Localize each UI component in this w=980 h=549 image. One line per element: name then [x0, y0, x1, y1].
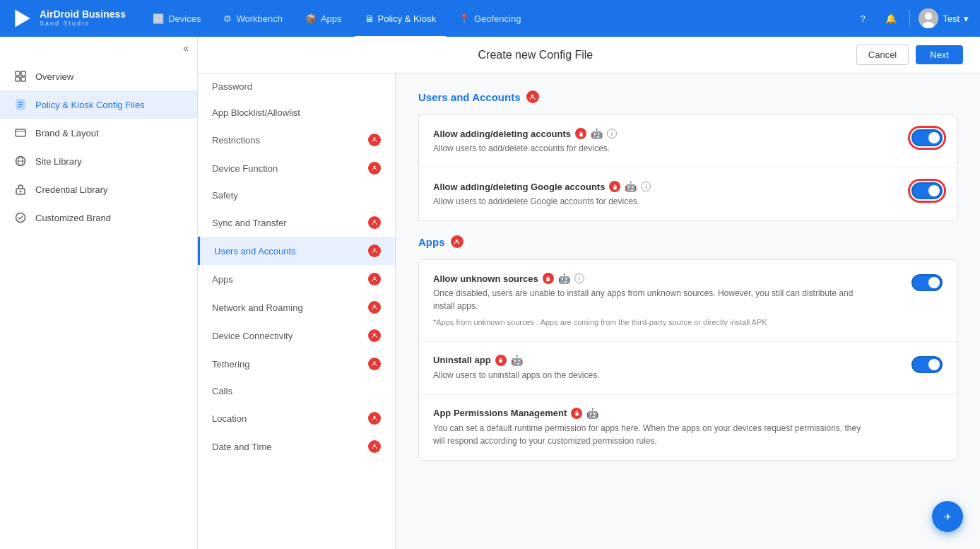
- next-button[interactable]: Next: [916, 45, 963, 64]
- mid-label-apps: Apps: [212, 274, 233, 285]
- setting-note-unknown-sources: *Apps from unknown sources : Apps are co…: [433, 317, 866, 329]
- sidebar-item-overview[interactable]: Overview: [0, 62, 197, 90]
- mid-item-safety[interactable]: Safety: [198, 182, 395, 208]
- sidebar-item-brand[interactable]: Brand & Layout: [0, 119, 197, 147]
- svg-rect-5: [21, 71, 25, 76]
- setting-desc-uninstall: Allow users to uninstall apps on the dev…: [433, 369, 866, 382]
- mid-label-password: Password: [212, 81, 252, 92]
- notifications-button[interactable]: 🔔: [881, 8, 901, 28]
- section-title-users-accounts: Users and Accounts: [418, 90, 957, 103]
- tethering-badge: [368, 358, 381, 370]
- nav-right: ? 🔔 Test ▾: [853, 8, 969, 28]
- bell-icon: 🔔: [885, 13, 897, 24]
- workbench-icon: ⚙: [223, 13, 232, 24]
- sidebar-collapse-area: «: [0, 37, 197, 59]
- nav-geofencing[interactable]: 📍 Geofencing: [449, 9, 531, 28]
- content-area: Create new Config File Cancel Next Passw…: [198, 37, 980, 549]
- collapse-button[interactable]: «: [183, 42, 189, 54]
- toggle-google-accounts[interactable]: [911, 182, 943, 199]
- mid-item-device-function[interactable]: Device Function: [198, 154, 395, 182]
- lock-icon-4: [495, 355, 507, 366]
- mid-item-blocklist[interactable]: App Blocklist/Allowlist: [198, 100, 395, 126]
- brand-sub: Sand Studio: [40, 20, 126, 28]
- nav-devices[interactable]: ⬜ Devices: [143, 9, 211, 28]
- overview-icon: [14, 70, 27, 83]
- fab-icon: ✈: [944, 512, 952, 522]
- info-icon-2[interactable]: i: [641, 182, 651, 191]
- mid-item-connectivity[interactable]: Device Connectivity: [198, 321, 395, 350]
- mid-item-location[interactable]: Location: [198, 404, 395, 432]
- lock-icon-5: [571, 408, 582, 419]
- mid-item-apps[interactable]: Apps: [198, 265, 395, 293]
- datetime-badge: [368, 440, 381, 453]
- svg-point-18: [20, 191, 22, 193]
- section-title-apps: Apps: [418, 235, 957, 248]
- svg-rect-32: [613, 186, 617, 189]
- setting-label-google-accounts: Allow adding/deleting Google accounts 🤖 …: [433, 181, 866, 192]
- main-layout: « Overview Policy & Kiosk Config Files B…: [0, 37, 980, 549]
- svg-point-27: [374, 362, 376, 364]
- fab-button[interactable]: ✈: [932, 501, 963, 532]
- svg-point-20: [374, 138, 376, 140]
- inner-layout: Password App Blocklist/Allowlist Restric…: [198, 73, 980, 549]
- mid-label-calls: Calls: [212, 386, 232, 396]
- setting-row-google-accounts: Allow adding/deleting Google accounts 🤖 …: [419, 168, 957, 220]
- cancel-button[interactable]: Cancel: [856, 45, 909, 65]
- devices-icon: ⬜: [153, 13, 164, 24]
- setting-row-unknown-sources: Allow unknown sources 🤖 i Once disabled,…: [419, 260, 957, 342]
- user-menu[interactable]: Test ▾: [919, 8, 969, 28]
- geofencing-icon: 📍: [459, 13, 470, 24]
- setting-label-uninstall: Uninstall app 🤖: [433, 355, 866, 366]
- restrictions-badge: [368, 134, 381, 146]
- mid-label-sync: Sync and Transfer: [212, 218, 287, 228]
- svg-point-2: [925, 13, 932, 20]
- setting-info-google-accounts: Allow adding/deleting Google accounts 🤖 …: [433, 181, 866, 208]
- sidebar-item-custom[interactable]: Customized Brand: [0, 203, 197, 232]
- mid-item-calls[interactable]: Calls: [198, 378, 395, 404]
- nav-policy[interactable]: 🖥 Policy & Kiosk: [355, 9, 446, 28]
- mid-item-sync[interactable]: Sync and Transfer: [198, 208, 395, 237]
- logo[interactable]: AirDroid Business Sand Studio: [11, 7, 126, 30]
- mid-item-network[interactable]: Network and Roaming: [198, 293, 395, 321]
- page-title: Create new Config File: [478, 49, 594, 61]
- setting-desc-add-delete: Allow users to add/delete accounts for d…: [433, 142, 866, 155]
- sidebar-label-overview: Overview: [35, 71, 73, 82]
- setting-label-add-delete-accounts: Allow adding/deleting accounts 🤖 i: [433, 128, 866, 139]
- setting-info-uninstall: Uninstall app 🤖 Allow users to uninstall…: [433, 355, 866, 382]
- mid-item-restrictions[interactable]: Restrictions: [198, 126, 395, 154]
- nav-apps[interactable]: 📦 Apps: [295, 9, 352, 28]
- mid-item-datetime[interactable]: Date and Time: [198, 432, 395, 461]
- svg-point-26: [374, 333, 376, 336]
- mid-item-tethering[interactable]: Tethering: [198, 350, 395, 378]
- toggle-uninstall[interactable]: [911, 356, 943, 373]
- svg-point-29: [374, 444, 376, 447]
- brand-name: AirDroid Business: [40, 9, 126, 20]
- toggle-wrap-uninstall: [911, 355, 943, 373]
- users-accounts-block: Allow adding/deleting accounts 🤖 i Allow…: [418, 114, 957, 221]
- sidebar-item-site[interactable]: Site Library: [0, 147, 197, 175]
- mid-sidebar: Password App Blocklist/Allowlist Restric…: [198, 73, 396, 549]
- info-icon-3[interactable]: i: [574, 273, 584, 283]
- help-button[interactable]: ?: [853, 8, 873, 28]
- toggle-unknown-sources[interactable]: [911, 274, 943, 291]
- sidebar-label-brand: Brand & Layout: [35, 128, 99, 138]
- lock-icon-1: [575, 128, 586, 139]
- svg-rect-36: [575, 413, 579, 416]
- mid-item-password[interactable]: Password: [198, 73, 395, 100]
- info-icon-1[interactable]: i: [607, 129, 617, 138]
- toggle-add-delete-accounts[interactable]: [911, 129, 943, 146]
- setting-label-permissions: App Permissions Management 🤖: [433, 408, 866, 419]
- nav-workbench[interactable]: ⚙ Workbench: [213, 9, 293, 28]
- sidebar-label-policy: Policy & Kiosk Config Files: [35, 100, 145, 110]
- main-panel: Users and Accounts Allow adding/deleting…: [396, 73, 980, 549]
- chevron-down-icon: ▾: [964, 13, 969, 24]
- android-icon-3: 🤖: [558, 273, 570, 284]
- mid-item-users-accounts[interactable]: Users and Accounts: [198, 237, 395, 265]
- svg-rect-6: [16, 77, 20, 81]
- sidebar-item-credential[interactable]: Credential Library: [0, 175, 197, 203]
- svg-point-23: [374, 249, 376, 251]
- svg-rect-7: [21, 77, 25, 81]
- device-function-badge: [368, 162, 381, 175]
- sidebar-item-policy[interactable]: Policy & Kiosk Config Files: [0, 90, 197, 119]
- android-icon-2: 🤖: [625, 181, 637, 192]
